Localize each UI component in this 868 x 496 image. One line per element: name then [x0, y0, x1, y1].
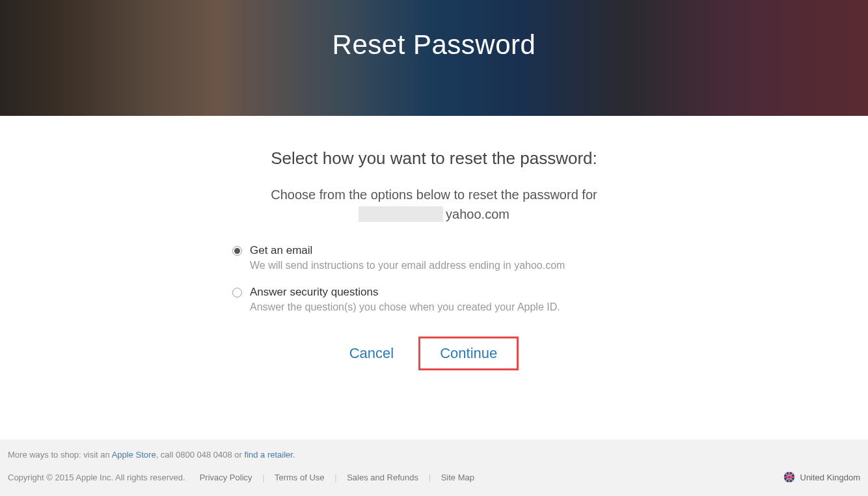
email-display: yahoo.com [13, 206, 855, 222]
option-label: Answer security questions [250, 286, 636, 299]
uk-flag-icon [783, 471, 795, 483]
option-label: Get an email [250, 244, 636, 257]
instruction-heading: Select how you want to reset the passwor… [13, 148, 855, 169]
footer-nav-privacy[interactable]: Privacy Policy [200, 473, 252, 482]
option-security-questions[interactable]: Answer security questions Answer the que… [232, 286, 636, 313]
copyright-text: Copyright © 2015 Apple Inc. All rights r… [8, 473, 185, 482]
page-title: Reset Password [332, 29, 536, 61]
radio-security-questions[interactable] [232, 288, 242, 297]
option-description: Answer the question(s) you chose when yo… [250, 301, 636, 313]
footer-nav-terms[interactable]: Terms of Use [275, 473, 325, 482]
footer-nav-sales[interactable]: Sales and Refunds [347, 473, 418, 482]
footer-shop-text: More ways to shop: visit an Apple Store,… [8, 450, 860, 460]
redacted-email-prefix [359, 206, 443, 222]
highlight-annotation: Continue [418, 337, 519, 370]
page-footer: More ways to shop: visit an Apple Store,… [0, 439, 868, 496]
radio-get-email[interactable] [232, 246, 242, 256]
cancel-button[interactable]: Cancel [349, 345, 394, 362]
locale-label: United Kingdom [800, 473, 861, 482]
action-buttons: Cancel Continue [13, 337, 855, 370]
footer-nav-sitemap[interactable]: Site Map [441, 473, 474, 482]
locale-selector[interactable]: United Kingdom [783, 471, 861, 483]
continue-button[interactable]: Continue [422, 340, 515, 367]
apple-store-link[interactable]: Apple Store [112, 450, 156, 460]
subinstruction-text: Choose from the options below to reset t… [13, 184, 855, 205]
find-retailer-link[interactable]: find a retailer [245, 450, 293, 460]
reset-options: Get an email We will send instructions t… [232, 244, 636, 313]
email-domain: yahoo.com [446, 207, 509, 222]
hero-banner: Reset Password [0, 0, 868, 116]
option-get-email[interactable]: Get an email We will send instructions t… [232, 244, 636, 271]
main-content: Select how you want to reset the passwor… [0, 116, 868, 396]
option-description: We will send instructions to your email … [250, 260, 636, 271]
